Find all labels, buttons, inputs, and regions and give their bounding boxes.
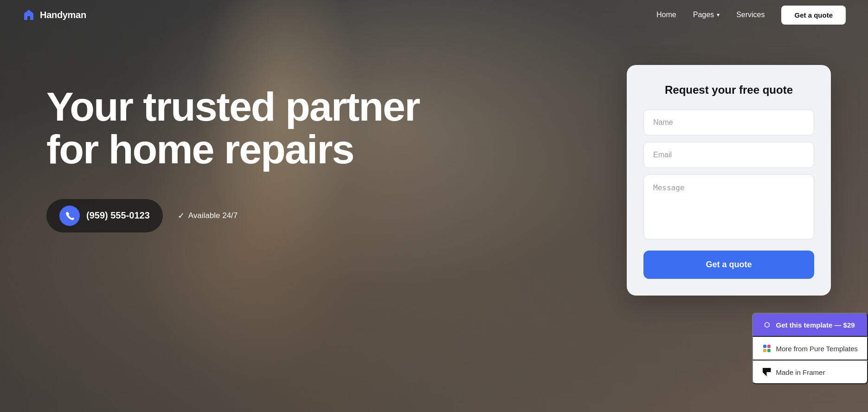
home-icon (22, 8, 35, 21)
check-icon: ✓ (178, 211, 185, 221)
nav-services[interactable]: Services (736, 11, 765, 19)
nav-get-quote-button[interactable]: Get a quote (781, 6, 846, 25)
brand-name: Handyman (40, 10, 86, 20)
navbar-links: Home Pages ▾ Services Get a quote (656, 6, 846, 25)
quote-form-title: Request your free quote (643, 84, 814, 97)
get-template-button[interactable]: ⬡ Get this template — $29 (752, 313, 868, 337)
quote-submit-button[interactable]: Get a quote (643, 251, 814, 279)
nav-pages[interactable]: Pages ▾ (693, 11, 720, 19)
chevron-down-icon: ▾ (717, 12, 720, 18)
more-templates-button[interactable]: More from Pure Templates (752, 337, 868, 360)
available-badge: ✓ Available 24/7 (178, 211, 238, 221)
brand-logo[interactable]: Handyman (22, 8, 86, 21)
framer-icon (762, 367, 772, 377)
template-icon: ⬡ (762, 320, 772, 329)
grid-icon (762, 344, 772, 353)
hero-title: Your trusted partner for home repairs (46, 85, 427, 171)
made-in-framer-button[interactable]: Made in Framer (752, 360, 868, 384)
phone-icon (59, 206, 80, 226)
floating-buttons: ⬡ Get this template — $29 More from Pure… (752, 313, 868, 384)
nav-home[interactable]: Home (656, 11, 676, 19)
email-input[interactable] (643, 142, 814, 168)
phone-number: (959) 555-0123 (86, 210, 150, 221)
phone-button[interactable]: (959) 555-0123 (46, 199, 163, 232)
quote-form-card: Request your free quote Get a quote (627, 65, 831, 296)
name-input[interactable] (643, 109, 814, 135)
message-input[interactable] (643, 174, 814, 239)
navbar: Handyman Home Pages ▾ Services Get a quo… (0, 0, 868, 30)
